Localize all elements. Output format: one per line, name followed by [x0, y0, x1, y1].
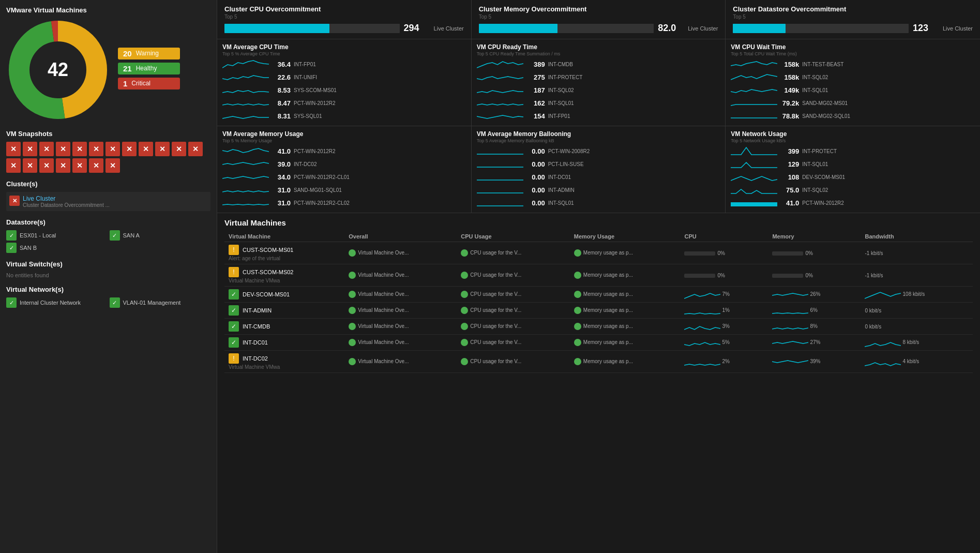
datastore-item[interactable]: ✓ SAN B — [6, 243, 108, 253]
check-icon: ✓ — [110, 297, 120, 308]
datastore-item[interactable]: ✓ SAN A — [110, 230, 211, 241]
snapshot-x[interactable]: ✕ — [72, 158, 87, 173]
snapshot-x[interactable]: ✕ — [89, 158, 103, 173]
mem-label: INT-DC02 — [294, 161, 316, 167]
avg-cpu-subtitle: Top 5 % Average CPU Time — [222, 51, 466, 56]
chart-row: 34.0 PCT-WIN-2012R2-CL01 — [222, 171, 466, 183]
snapshot-x[interactable]: ✕ — [122, 142, 137, 156]
ok-icon: ✓ — [229, 337, 239, 348]
cluster-item[interactable]: ✕ Live Cluster Cluster Datastore Overcom… — [6, 192, 210, 211]
datastore-item[interactable]: ✓ ESX01 - Local — [6, 230, 108, 241]
wait-val: 149k — [780, 86, 799, 94]
snapshot-x[interactable]: ✕ — [188, 142, 203, 156]
mem-pct: 6% — [810, 307, 817, 313]
clusters-section: Cluster(s) ✕ Live Cluster Cluster Datast… — [6, 180, 210, 211]
ds-name: SAN B — [20, 245, 37, 251]
snapshot-x[interactable]: ✕ — [39, 158, 54, 173]
datastore-grid: ✓ ESX01 - Local ✓ SAN A ✓ SAN B — [6, 230, 210, 253]
vnetwork-section: Virtual Network(s) ✓ Internal Cluster Ne… — [6, 286, 210, 308]
vswitch-title: Virtual Switch(es) — [6, 260, 210, 268]
vnet-grid: ✓ Internal Cluster Network ✓ VLAN-01 Man… — [6, 297, 210, 308]
snapshot-x[interactable]: ✕ — [39, 142, 54, 156]
cpu-row-value: 36.4 — [272, 61, 291, 68]
overall-dot — [349, 307, 356, 314]
vm-section-title: Virtual Machines — [224, 218, 973, 227]
cpu-text: CPU usage for the V... — [470, 291, 521, 297]
mem-overcommitment-card: Cluster Memory Overcommitment Top 5 82.0… — [472, 0, 726, 39]
net-label: PCT-WIN-2012R2 — [802, 200, 844, 206]
overall-dot — [349, 323, 356, 330]
snapshot-x[interactable]: ✕ — [72, 142, 87, 156]
table-row[interactable]: ✓ INT-DC01 Virtual Machine Ove... CPU us… — [224, 335, 973, 351]
check-icon: ✓ — [110, 230, 120, 241]
snapshot-x[interactable]: ✕ — [56, 142, 70, 156]
mem-label: PCT-WIN-2012R2 — [294, 148, 336, 154]
col-overall: Overall — [344, 231, 457, 242]
net-label: INT-SQL02 — [802, 187, 828, 193]
snapshot-x[interactable]: ✕ — [6, 142, 21, 156]
net-val: 108 — [780, 173, 799, 181]
bandwidth: 0 kbit/s — [865, 324, 881, 330]
snapshot-x[interactable]: ✕ — [105, 158, 120, 173]
snapshot-x[interactable]: ✕ — [139, 142, 153, 156]
legend-warning[interactable]: 20 Warning — [118, 48, 180, 59]
critical-count: 1 — [123, 79, 127, 88]
balloon-label: PCT-WIN-2008R2 — [548, 148, 590, 154]
mem-cluster-label: Live Cluster — [688, 25, 718, 32]
cpu-charts-row: VM Average CPU Time Top 5 % Average CPU … — [217, 39, 980, 126]
snapshot-x[interactable]: ✕ — [23, 158, 37, 173]
snapshot-x[interactable]: ✕ — [6, 158, 21, 173]
table-row[interactable]: ! CUST-SCOM-MS01 Alert: age of the virtu… — [224, 242, 973, 264]
balloon-label: INT-ADMIN — [548, 187, 575, 193]
avg-cpu-rows: 36.4 INT-FP01 22.6 INT-UNIFI 8.53 SYS-SC… — [222, 58, 466, 122]
overall-dot — [349, 358, 356, 365]
snapshots-section: VM Snapshots ✕ ✕ ✕ ✕ ✕ ✕ ✕ ✕ ✕ ✕ ✕ ✕ ✕ ✕… — [6, 130, 210, 173]
legend-critical[interactable]: 1 Critical — [118, 78, 180, 89]
mem-bar-fill — [479, 24, 557, 33]
vnet-item[interactable]: ✓ Internal Cluster Network — [6, 297, 108, 308]
table-row[interactable]: ✓ DEV-SCOM-MS01 Virtual Machine Ove... C… — [224, 287, 973, 303]
mem-text: Memory usage as p... — [583, 291, 633, 297]
snapshot-grid: ✕ ✕ ✕ ✕ ✕ ✕ ✕ ✕ ✕ ✕ ✕ ✕ ✕ ✕ ✕ ✕ ✕ ✕ ✕ — [6, 142, 210, 173]
vm-sub: Alert: age of the virtual — [229, 256, 280, 261]
vnet-item[interactable]: ✓ VLAN-01 Management — [110, 297, 211, 308]
col-mem-usage: Memory Usage — [570, 231, 681, 242]
mem-pct: 26% — [810, 291, 820, 297]
snapshot-x[interactable]: ✕ — [105, 142, 120, 156]
table-row[interactable]: ! INT-DC02 Virtual Machine VMwa Virtual … — [224, 351, 973, 373]
snapshot-x[interactable]: ✕ — [155, 142, 170, 156]
avg-mem-rows: 41.0 PCT-WIN-2012R2 39.0 INT-DC02 34.0 P… — [222, 145, 466, 208]
table-row[interactable]: ! CUST-SCOM-MS02 Virtual Machine VMwa Vi… — [224, 264, 973, 287]
table-row[interactable]: ✓ INT-ADMIN Virtual Machine Ove... CPU u… — [224, 303, 973, 319]
cpu-row-label: INT-UNIFI — [294, 74, 317, 80]
bandwidth: -1 kbit/s — [865, 250, 883, 256]
snapshot-x[interactable]: ✕ — [172, 142, 186, 156]
chart-row: 108 DEV-SCOM-MS01 — [731, 171, 975, 183]
cpu-dot — [461, 323, 468, 330]
legend-healthy[interactable]: 21 Healthy — [118, 63, 180, 74]
col-cpu-usage: CPU Usage — [457, 231, 570, 242]
warn-icon: ! — [229, 267, 239, 277]
wait-label: SAND-MG02-MS01 — [802, 100, 848, 106]
cpu-cluster-label: Live Cluster — [434, 25, 464, 32]
ready-label: INT-PROTECT — [548, 74, 583, 80]
mem-val: 31.0 — [272, 199, 291, 207]
mem-dot — [574, 323, 581, 330]
cpu-bar — [684, 251, 715, 256]
bandwidth: 4 kbit/s — [903, 358, 919, 364]
snapshot-x[interactable]: ✕ — [56, 158, 70, 173]
cpu-bar — [684, 274, 715, 278]
col-bandwidth: Bandwidth — [861, 231, 973, 242]
snapshot-x[interactable]: ✕ — [23, 142, 37, 156]
avg-mem-title: VM Average Memory Usage — [222, 130, 466, 138]
legend: 20 Warning 21 Healthy 1 Critical — [118, 48, 180, 93]
clusters-title: Cluster(s) — [6, 180, 210, 188]
vm-section: Virtual Machines Virtual Machine Overall… — [217, 213, 980, 378]
overall-text: Virtual Machine Ove... — [358, 291, 409, 297]
table-row[interactable]: ✓ INT-CMDB Virtual Machine Ove... CPU us… — [224, 319, 973, 335]
left-panel: VMware Virtual Machines — [0, 0, 217, 553]
vm-name: CUST-SCOM-MS01 — [243, 247, 293, 253]
snapshot-x[interactable]: ✕ — [89, 142, 103, 156]
datastores-title: Datastore(s) — [6, 218, 210, 226]
donut-chart[interactable]: 42 — [6, 18, 110, 122]
